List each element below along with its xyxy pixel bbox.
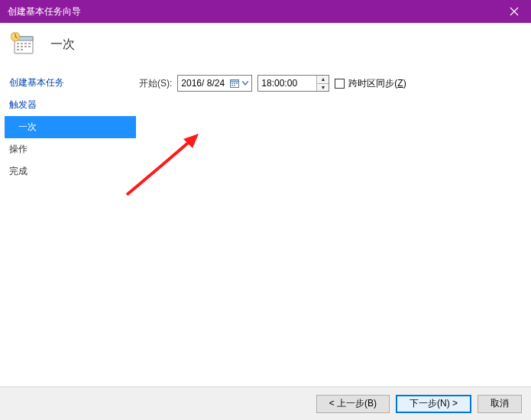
svg-rect-6	[17, 46, 19, 47]
svg-rect-18	[232, 85, 233, 86]
window-title: 创建基本任务向导	[8, 5, 81, 18]
spinner-down-button[interactable]: ▼	[317, 84, 329, 92]
start-time-row: 开始(S): 2016/ 8/24	[139, 75, 531, 92]
close-icon	[510, 7, 519, 16]
spinner-up-button[interactable]: ▲	[317, 76, 329, 84]
sync-tz-checkbox-wrap: 跨时区同步(Z)	[335, 77, 406, 90]
svg-rect-14	[231, 80, 239, 82]
svg-rect-3	[21, 43, 23, 44]
page-title: 一次	[50, 37, 75, 53]
svg-rect-16	[234, 83, 235, 85]
svg-rect-11	[21, 49, 23, 50]
svg-rect-15	[232, 83, 233, 85]
cancel-button[interactable]: 取消	[478, 395, 522, 413]
chevron-down-icon	[241, 81, 249, 86]
sidebar-item-create-task[interactable]: 创建基本任务	[5, 72, 136, 94]
footer: < 上一步(B) 下一步(N) > 取消	[0, 386, 531, 420]
sync-tz-checkbox[interactable]	[335, 79, 345, 89]
sidebar-item-trigger[interactable]: 触发器	[5, 94, 136, 116]
time-value: 18:00:00	[258, 76, 316, 91]
svg-rect-8	[24, 46, 27, 47]
svg-rect-17	[236, 83, 238, 85]
body-section: 创建基本任务 触发器 一次 操作 完成 开始(S): 2016/ 8/24	[0, 72, 531, 183]
svg-rect-9	[28, 46, 31, 47]
svg-rect-19	[234, 85, 235, 86]
wizard-icon	[11, 32, 35, 57]
sidebar-item-once: 一次	[5, 116, 136, 138]
next-button[interactable]: 下一步(N) >	[396, 395, 471, 413]
date-value: 2016/ 8/24	[181, 78, 229, 89]
start-label: 开始(S):	[139, 77, 172, 90]
calendar-icon	[229, 78, 240, 89]
spinner-buttons: ▲ ▼	[316, 76, 329, 91]
sidebar-item-finish: 完成	[5, 160, 136, 183]
svg-rect-10	[17, 49, 19, 50]
sync-tz-label[interactable]: 跨时区同步(Z)	[348, 77, 406, 90]
date-picker[interactable]: 2016/ 8/24	[177, 75, 252, 92]
content-area: 一次 创建基本任务 触发器 一次 操作 完成 开始(S): 2016/ 8/24	[0, 23, 531, 420]
svg-rect-5	[28, 43, 31, 44]
sidebar: 创建基本任务 触发器 一次 操作 完成	[5, 72, 136, 183]
main-panel: 开始(S): 2016/ 8/24	[136, 72, 531, 183]
back-button[interactable]: < 上一步(B)	[316, 395, 390, 413]
time-spinner[interactable]: 18:00:00 ▲ ▼	[257, 75, 329, 92]
svg-rect-7	[21, 46, 23, 47]
titlebar: 创建基本任务向导	[0, 0, 531, 23]
svg-rect-4	[24, 43, 27, 44]
svg-rect-2	[17, 43, 19, 44]
sidebar-item-action: 操作	[5, 138, 136, 160]
close-button[interactable]	[497, 0, 531, 23]
header-section: 一次	[0, 23, 531, 72]
